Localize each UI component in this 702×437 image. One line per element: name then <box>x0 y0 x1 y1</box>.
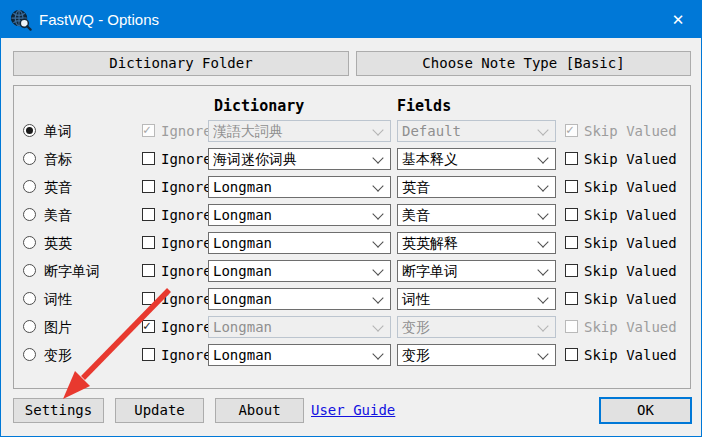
chevron-down-icon <box>537 348 548 359</box>
row-label: 单词 <box>44 120 72 142</box>
ignore-label: Ignore <box>161 288 212 310</box>
row-label: 词性 <box>44 288 72 310</box>
dictionary-dropdown-value: Longman <box>213 347 272 363</box>
dictionary-dropdown[interactable]: 漢語大詞典 <box>208 120 391 142</box>
chevron-down-icon <box>372 348 383 359</box>
dictionary-dropdown[interactable]: 海词迷你词典 <box>208 148 391 170</box>
ignore-checkbox[interactable] <box>142 264 155 277</box>
ignore-label: Ignore <box>161 176 212 198</box>
close-button[interactable]: ✕ <box>655 1 701 38</box>
settings-button[interactable]: Settings <box>13 398 104 423</box>
row-label: 英英 <box>44 232 72 254</box>
skip-valued-checkbox[interactable] <box>565 236 578 249</box>
ignore-label: Ignore <box>161 344 212 366</box>
dictionary-dropdown-value: Longman <box>213 207 272 223</box>
chevron-down-icon <box>372 292 383 303</box>
dictionary-dropdown[interactable]: Longman <box>208 204 391 226</box>
ignore-checkbox[interactable] <box>142 320 155 333</box>
chevron-down-icon <box>537 292 548 303</box>
skip-valued-checkbox[interactable] <box>565 152 578 165</box>
row-label: 变形 <box>44 344 72 366</box>
ignore-label: Ignore <box>161 316 212 338</box>
dictionary-dropdown[interactable]: Longman <box>208 232 391 254</box>
skip-valued-label: Skip Valued <box>584 148 677 170</box>
row-label: 图片 <box>44 316 72 338</box>
option-row: 断字单词 Ignore Longman 断字单词 Skip Valued <box>1 260 702 282</box>
fields-dropdown[interactable]: 英音 <box>397 176 556 198</box>
ignore-checkbox[interactable] <box>142 124 155 137</box>
choose-note-type-button[interactable]: Choose Note Type [Basic] <box>356 51 691 76</box>
row-radio-button[interactable] <box>23 236 36 249</box>
skip-valued-label: Skip Valued <box>584 288 677 310</box>
dictionary-dropdown[interactable]: Longman <box>208 288 391 310</box>
skip-valued-checkbox[interactable] <box>565 208 578 221</box>
dictionary-dropdown-value: Longman <box>213 263 272 279</box>
skip-valued-label: Skip Valued <box>584 316 677 338</box>
dictionary-folder-button[interactable]: Dictionary Folder <box>13 51 349 76</box>
ignore-checkbox[interactable] <box>142 208 155 221</box>
dictionary-dropdown[interactable]: Longman <box>208 176 391 198</box>
skip-valued-checkbox[interactable] <box>565 124 578 137</box>
skip-valued-label: Skip Valued <box>584 344 677 366</box>
fields-dropdown[interactable]: 断字单词 <box>397 260 556 282</box>
row-radio-button[interactable] <box>23 180 36 193</box>
about-button[interactable]: About <box>215 398 304 423</box>
row-radio-button[interactable] <box>23 292 36 305</box>
skip-valued-checkbox[interactable] <box>565 180 578 193</box>
ignore-checkbox[interactable] <box>142 180 155 193</box>
skip-valued-label: Skip Valued <box>584 176 677 198</box>
dictionary-dropdown-value: Longman <box>213 291 272 307</box>
chevron-down-icon <box>537 320 548 331</box>
chevron-down-icon <box>372 152 383 163</box>
chevron-down-icon <box>372 208 383 219</box>
option-row: 英音 Ignore Longman 英音 Skip Valued <box>1 176 702 198</box>
row-label: 音标 <box>44 148 72 170</box>
option-row: 美音 Ignore Longman 美音 Skip Valued <box>1 204 702 226</box>
ignore-checkbox[interactable] <box>142 348 155 361</box>
skip-valued-checkbox[interactable] <box>565 292 578 305</box>
fields-dropdown[interactable]: Default <box>397 120 556 142</box>
skip-valued-checkbox[interactable] <box>565 320 578 333</box>
fields-dropdown[interactable]: 变形 <box>397 344 556 366</box>
row-radio-button[interactable] <box>23 208 36 221</box>
fields-dropdown[interactable]: 英英解释 <box>397 232 556 254</box>
ignore-label: Ignore <box>161 148 212 170</box>
skip-valued-label: Skip Valued <box>584 204 677 226</box>
row-radio-button[interactable] <box>23 124 36 137</box>
row-radio-button[interactable] <box>23 348 36 361</box>
fields-dropdown[interactable]: 基本释义 <box>397 148 556 170</box>
skip-valued-checkbox[interactable] <box>565 348 578 361</box>
row-radio-button[interactable] <box>23 152 36 165</box>
dictionary-dropdown[interactable]: Longman <box>208 316 391 338</box>
chevron-down-icon <box>537 208 548 219</box>
dictionary-dropdown-value: Longman <box>213 319 272 335</box>
fields-dropdown[interactable]: 变形 <box>397 316 556 338</box>
globe-search-icon <box>9 8 32 31</box>
chevron-down-icon <box>537 152 548 163</box>
row-radio-button[interactable] <box>23 320 36 333</box>
fields-dropdown[interactable]: 美音 <box>397 204 556 226</box>
ignore-checkbox[interactable] <box>142 292 155 305</box>
title-bar[interactable]: FastWQ - Options ✕ <box>1 1 701 38</box>
dictionary-dropdown[interactable]: Longman <box>208 260 391 282</box>
chevron-down-icon <box>372 264 383 275</box>
ignore-checkbox[interactable] <box>142 152 155 165</box>
dictionary-dropdown[interactable]: Longman <box>208 344 391 366</box>
skip-valued-checkbox[interactable] <box>565 264 578 277</box>
ignore-checkbox[interactable] <box>142 236 155 249</box>
fields-dropdown-value: Default <box>402 123 461 139</box>
ok-button[interactable]: OK <box>599 397 692 424</box>
fields-dropdown-value: 断字单词 <box>402 263 458 279</box>
row-label: 美音 <box>44 204 72 226</box>
fields-dropdown[interactable]: 词性 <box>397 288 556 310</box>
fields-dropdown-value: 美音 <box>402 207 430 223</box>
update-button[interactable]: Update <box>115 398 204 423</box>
chevron-down-icon <box>372 236 383 247</box>
fields-dropdown-value: 变形 <box>402 347 430 363</box>
option-row: 图片 Ignore Longman 变形 Skip Valued <box>1 316 702 338</box>
dictionary-dropdown-value: 海词迷你词典 <box>213 151 297 167</box>
dictionary-dropdown-value: Longman <box>213 179 272 195</box>
user-guide-link[interactable]: User Guide <box>311 398 395 423</box>
row-radio-button[interactable] <box>23 264 36 277</box>
fields-column-header: Fields <box>397 97 451 115</box>
